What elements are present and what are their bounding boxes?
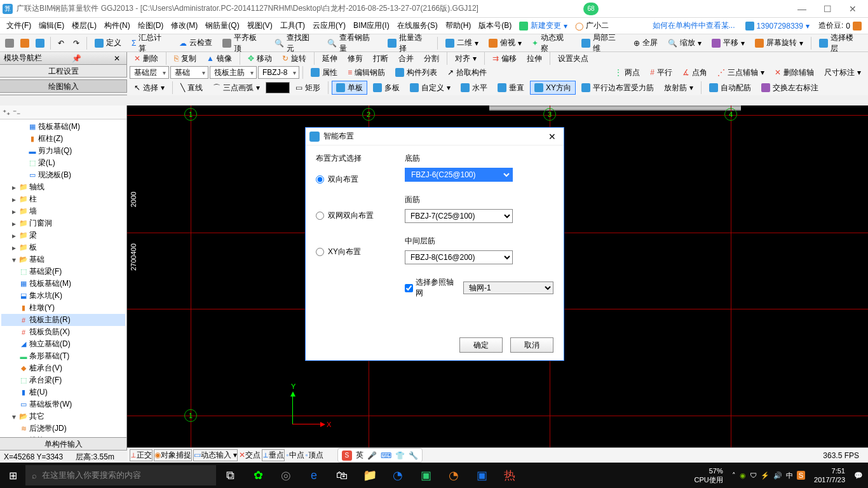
ime-tool-icon[interactable]: 🔧 — [409, 451, 418, 460]
tree-node-raft-neg-rebar[interactable]: #筏板负筋(X) — [1, 326, 125, 338]
sum-button[interactable]: Σ汇总计算 — [127, 36, 173, 50]
multi-slab-button[interactable]: 多板 — [369, 81, 404, 95]
ortho-toggle[interactable]: ⊥正交 — [130, 449, 153, 461]
tree-node-shearwall[interactable]: ▬剪力墙(Q) — [1, 145, 125, 157]
tree-node-pile[interactable]: ▮桩(U) — [1, 386, 125, 398]
component-combo[interactable]: FBZJ-8 — [258, 66, 299, 79]
edge-rebar-button[interactable]: 平行边布置受力筋 — [577, 81, 658, 95]
dialog-close-button[interactable]: ✕ — [545, 130, 560, 143]
taskbar-edge[interactable]: e — [300, 463, 328, 488]
menu-version[interactable]: 版本号(B) — [475, 18, 515, 34]
tray-network-icon[interactable]: 🛡 — [750, 471, 757, 479]
menu-tool[interactable]: 工具(T) — [276, 18, 309, 34]
tree-node-slab[interactable]: ▭现浇板(B) — [1, 169, 125, 181]
stretch-button[interactable]: 拉伸 — [522, 51, 546, 65]
tray-volume-icon[interactable]: 🔊 — [773, 471, 782, 480]
taskbar-search[interactable]: ⌕ 在这里输入你要搜索的内容 — [25, 465, 216, 485]
tray-sogou-icon[interactable]: S — [797, 471, 805, 480]
dynamic-view-button[interactable]: ✦动态观察 — [527, 36, 576, 50]
new-icon[interactable] — [3, 36, 17, 50]
pick-component-button[interactable]: ↗拾取构件 — [443, 65, 491, 79]
account-button[interactable]: 13907298339 ▾ — [740, 22, 815, 30]
taskbar-store[interactable]: 🛍 — [328, 463, 356, 488]
menu-rebar[interactable]: 钢筋量(Q) — [201, 18, 243, 34]
swap-dim-button[interactable]: 交换左右标注 — [757, 81, 823, 95]
tray-nvidia-icon[interactable]: ◉ — [740, 471, 746, 480]
extend-button[interactable]: 延伸 — [318, 51, 342, 65]
tree-node-cap-beam[interactable]: ⬚承台梁(F) — [1, 374, 125, 386]
align-button[interactable]: 对齐 ▾ — [451, 51, 481, 65]
dyninput-toggle[interactable]: ▭动态输入 ▾ — [193, 449, 238, 461]
component-list-button[interactable]: 构件列表 — [391, 65, 442, 79]
tree-group-foundation[interactable]: ▾📂基础 — [1, 254, 125, 266]
taskbar-app-1[interactable]: ✿ — [244, 463, 272, 488]
radio-bidirectional-input[interactable] — [316, 175, 324, 184]
menu-cloud[interactable]: 云应用(Y) — [309, 18, 349, 34]
ime-voice-icon[interactable]: 🎤 — [367, 451, 377, 460]
undo-icon[interactable]: ↶ — [54, 36, 68, 50]
zoom-button[interactable]: 🔍缩放 ▾ — [663, 36, 706, 50]
new-building-button[interactable]: 新建变更 ▾ — [515, 20, 571, 31]
break-button[interactable]: 打断 — [369, 51, 393, 65]
auto-rebar-button[interactable]: 自动配筋 — [705, 81, 756, 95]
copy-button[interactable]: ⎘复制 — [170, 51, 201, 65]
cloud-check-button[interactable]: ☁云检查 — [175, 36, 217, 50]
menu-modify[interactable]: 修改(M) — [167, 18, 201, 34]
dimension-button[interactable]: 尺寸标注 ▾ — [820, 65, 865, 79]
bottom-rebar-select[interactable]: FBZJ-6(C25@100) — [405, 168, 513, 182]
taskbar-explorer[interactable]: 📁 — [356, 463, 384, 488]
mirror-button[interactable]: ▲镜像 — [202, 51, 236, 65]
three-point-aux-button[interactable]: ⋰三点辅轴 ▾ — [713, 65, 769, 79]
category-combo[interactable]: 基础 — [170, 66, 208, 79]
rect-button[interactable]: ▭矩形 — [291, 81, 325, 95]
tab-project-settings[interactable]: 工程设置 — [0, 65, 127, 78]
trim-button[interactable]: 修剪 — [343, 51, 367, 65]
tree-node-raft[interactable]: ▦筏板基础(M) — [1, 121, 125, 133]
snap-intersection[interactable]: ✕交点 — [239, 450, 261, 461]
radio-xy-input[interactable] — [316, 248, 324, 256]
tree-node-pile-cap[interactable]: ◆桩承台(V) — [1, 362, 125, 374]
tree-node-strip-fdn[interactable]: ▬条形基础(T) — [1, 350, 125, 362]
help-link[interactable]: 如何在单构件中查看某... — [648, 20, 740, 31]
flat-top-button[interactable]: 平齐板顶 — [218, 36, 269, 50]
radiate-button[interactable]: 放射筋 ▾ — [660, 81, 698, 95]
select-button[interactable]: ↖选择 ▾ — [130, 81, 169, 95]
tray-up-icon[interactable]: ˄ — [732, 471, 736, 480]
collapse-all-icon[interactable]: ⁻₋ — [13, 108, 20, 117]
taskbar-app-5[interactable]: ◔ — [440, 463, 468, 488]
menu-edit[interactable]: 编辑(E) — [35, 18, 68, 34]
tree-group-axis[interactable]: ▸📁轴线 — [1, 181, 125, 193]
custom-button[interactable]: 自定义 ▾ — [405, 81, 455, 95]
tray-wifi-icon[interactable]: ⚡ — [761, 471, 770, 480]
notification-badge[interactable]: 68 — [583, 3, 599, 15]
split-button[interactable]: 分割 — [419, 51, 444, 65]
ime-keyboard-icon[interactable]: ⌨ — [381, 451, 391, 460]
menu-floor[interactable]: 楼层(L) — [68, 18, 100, 34]
horizontal-button[interactable]: 水平 — [456, 81, 492, 95]
top-rebar-select[interactable]: FBZJ-7(C25@100) — [405, 209, 513, 223]
move-button[interactable]: ✥移动 — [243, 51, 276, 65]
menu-online[interactable]: 在线服务(S) — [393, 18, 442, 34]
menu-help[interactable]: 帮助(H) — [442, 18, 475, 34]
snap-perp[interactable]: ⊥垂点 — [262, 449, 285, 461]
open-icon[interactable] — [18, 36, 32, 50]
gxe-button[interactable]: ◯广小二 — [571, 20, 613, 31]
ref-grid-checkbox-label[interactable]: 选择参照轴网 — [405, 277, 458, 299]
subcat-combo[interactable]: 筏板主筋 — [210, 66, 257, 79]
menu-view[interactable]: 视图(V) — [243, 18, 276, 34]
panel-close-icon[interactable]: ✕ — [111, 54, 123, 63]
taskbar-app-3[interactable]: ◔ — [384, 463, 412, 488]
expand-all-icon[interactable]: ⁺₊ — [3, 108, 10, 117]
vertical-button[interactable]: 垂直 — [493, 81, 529, 95]
minimize-button[interactable]: — — [789, 1, 815, 17]
tray-clock[interactable]: 7:51 2017/7/23 — [809, 466, 850, 484]
tree-node-foundation-strip[interactable]: ▭基础板带(W) — [1, 398, 125, 410]
save-icon[interactable] — [33, 36, 47, 50]
point-angle-button[interactable]: ∡点角 — [678, 65, 712, 79]
tree-node-column[interactable]: ▮框柱(Z) — [1, 133, 125, 145]
single-slab-button[interactable]: 单板 — [332, 81, 367, 95]
dialog-titlebar[interactable]: 智能布置 ✕ — [306, 128, 564, 146]
taskbar-app-2[interactable]: ◎ — [272, 463, 300, 488]
tree-node-post-pour[interactable]: ≋后浇带(JD) — [1, 423, 125, 435]
floor-combo[interactable]: 基础层 — [130, 66, 169, 79]
